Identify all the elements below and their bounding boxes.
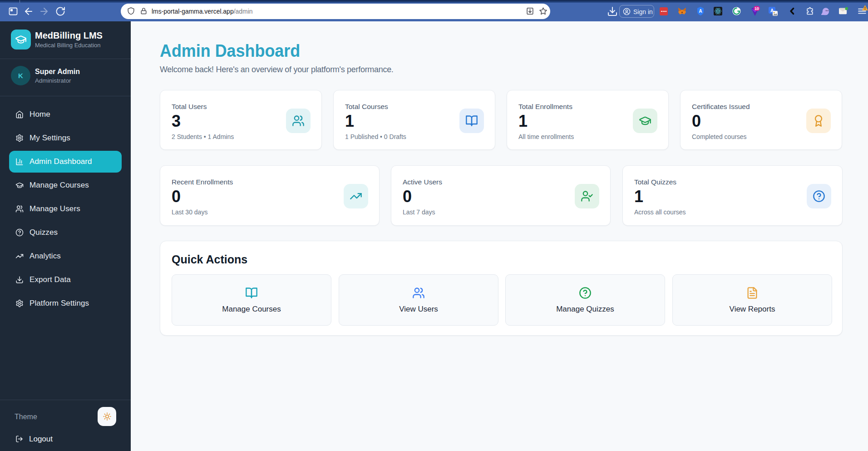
svg-text:10: 10 [755, 6, 759, 11]
svg-text:A: A [699, 9, 702, 14]
